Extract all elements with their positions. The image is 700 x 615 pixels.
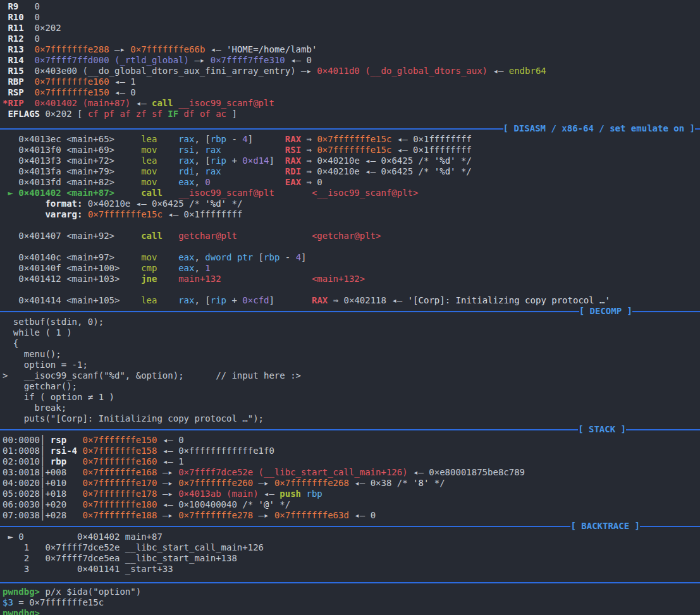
terminal-line: ► 0×401402 <main+87> call __isoc99_scanf… — [0, 188, 700, 198]
text-segment: 0 — [24, 33, 40, 44]
text-segment: ◂— 0 — [157, 435, 183, 445]
text-segment: 0×7fffffffe188 — [82, 510, 157, 520]
text-segment: ◂— — [488, 66, 509, 76]
text-segment: mov — [141, 166, 157, 176]
text-segment: ◂— — [130, 98, 152, 108]
text-segment — [221, 145, 285, 155]
text-segment: 0×7ffff7ffe310 — [211, 55, 285, 65]
text-segment — [66, 435, 82, 445]
text-segment: [ — [253, 252, 264, 262]
text-segment: call — [152, 98, 173, 108]
text-segment: ⇒ — [301, 134, 317, 144]
text-segment — [82, 209, 87, 219]
text-segment: , [ — [194, 295, 210, 305]
text-segment: 0×7fffffffe288 — [35, 44, 109, 54]
text-segment — [157, 145, 178, 155]
text-segment: = 0×7fffffffe15c — [13, 597, 104, 607]
text-segment: ◂— — [259, 489, 280, 499]
text-segment: , [ — [194, 155, 210, 166]
text-segment: rax — [205, 145, 221, 155]
text-segment: '%d' — [434, 166, 456, 176]
text-segment: push — [279, 489, 301, 499]
text-segment: rsi-4 — [51, 446, 77, 456]
text-segment: df of ac — [178, 109, 226, 119]
text-segment — [157, 166, 178, 176]
text-segment: 0×4013f0 <main+69> — [3, 145, 141, 155]
text-segment: ⇒ — [301, 145, 317, 155]
text-segment — [157, 274, 178, 284]
text-segment: ] — [301, 252, 306, 262]
terminal-line: 06:0030│+020 0×7fffffffe180 ◂— 0×1004000… — [0, 499, 700, 510]
text-segment: 0×7fffffffe160 — [35, 76, 109, 87]
text-segment: *RIP — [3, 98, 24, 108]
text-segment: 0×7fffffffe170 — [82, 478, 157, 488]
text-segment: */ — [274, 499, 290, 509]
terminal-line: 1 0×7ffff7dce52e __libc_start_call_main+… — [0, 542, 700, 553]
text-segment: R14 — [3, 55, 24, 65]
terminal-line: 01:0008│ rsi-4 0×7fffffffe158 ◂— 0×fffff… — [0, 446, 700, 456]
terminal-line: *RIP 0×401402 (main+87) ◂— call __isoc99… — [0, 98, 700, 109]
terminal-line: getchar(); — [0, 381, 700, 392]
terminal-line: 07:0038│+028 0×7fffffffe188 —▸ 0×7ffffff… — [0, 510, 700, 521]
text-segment: ► 0×401402 <main+87> — [3, 188, 141, 198]
text-segment: ► 0 0×401402 main+87 — [3, 532, 163, 542]
text-segment: if ( option ≠ 1 ) — [3, 392, 114, 402]
text-segment: <__isoc99_scanf@plt> — [312, 188, 419, 198]
text-segment: 0×7fffffffe160 — [82, 456, 157, 466]
text-segment: 0×7fffffffe168 — [82, 467, 157, 477]
text-segment: —▸ — [253, 510, 274, 520]
text-segment: RSP — [3, 87, 24, 97]
text-segment: 0×4011d0 (__do_global_dtors_aux) — [317, 66, 488, 76]
text-segment: ⇒ 0×40210e ◂— 0×6425 /* — [301, 166, 434, 176]
text-segment: 0×7fffffffe150 — [35, 87, 109, 97]
text-segment: 0×d14 — [242, 155, 269, 166]
terminal-line: setbuf(stdin, 0); — [0, 317, 700, 327]
text-segment: 0×7fffffffe66b — [130, 44, 205, 54]
text-segment: '%d' — [205, 198, 226, 209]
pwndbg-terminal[interactable]: R9 0 R10 0 R11 0×202 R12 0 R13 0×7ffffff… — [0, 0, 700, 615]
disasm-panel-header: [ DISASM / x86-64 / set emulate on ] — [0, 123, 700, 134]
stack-panel-header: [ STACK ] — [0, 424, 700, 435]
terminal-line: RSP 0×7fffffffe150 ◂— 0 — [0, 87, 700, 98]
text-segment — [211, 177, 285, 187]
text-segment: ◂— 0 — [285, 55, 312, 65]
disasm-panel: 0×4013ec <main+65> lea rax, [rbp - 4] RA… — [0, 134, 700, 306]
text-segment: 0×7fffffffe178 — [82, 489, 157, 499]
text-segment: rdi — [178, 166, 194, 176]
text-segment: 'HOME=/home/lamb' — [226, 44, 317, 54]
text-segment: ◂— 0×100400040 /* — [157, 499, 258, 509]
text-segment: 0×4013fd <main+82> — [3, 177, 141, 187]
terminal-line: 0×401407 <main+92> call getchar@plt <get… — [0, 231, 700, 241]
decomp-panel: setbuf(stdin, 0); while ( 1 ) { menu(); … — [0, 317, 700, 424]
text-segment: pwndbg> — [3, 587, 45, 597]
terminal-line: 0×401412 <main+103> jne main+132 <main+1… — [0, 274, 700, 284]
text-segment: —▸ — [189, 55, 211, 65]
terminal-line — [0, 220, 700, 231]
text-segment: , — [194, 252, 205, 262]
text-segment: ◂— 0 — [349, 510, 376, 520]
terminal-line: 0×40140f <main+100> cmp eax, 1 — [0, 263, 700, 274]
text-segment: 04:0020│+010 — [3, 478, 82, 488]
text-segment: 0×401407 <main+92> — [3, 231, 141, 241]
text-segment: —▸ — [109, 44, 131, 54]
text-segment: rsp — [51, 435, 66, 445]
text-segment: 0 — [24, 12, 40, 22]
text-segment: ◂— 0×ffffffffffffe1f0 — [157, 446, 274, 456]
text-segment: mov — [141, 145, 157, 155]
text-segment: , [ — [194, 134, 210, 144]
text-segment: 0×7fffffffe15c — [317, 145, 391, 155]
text-segment — [24, 76, 35, 87]
text-segment: EFLAGS — [3, 109, 40, 119]
text-segment: eax — [178, 263, 194, 273]
text-segment: 00:0000│ — [3, 435, 51, 445]
stack-panel: 00:0000│ rsp 0×7fffffffe150 ◂— 001:0008│… — [0, 435, 700, 521]
terminal-line: puts("[Corp]: Initializing copy protocol… — [0, 413, 700, 424]
terminal-line: option = -1; — [0, 360, 700, 370]
text-segment: pwndbg> — [3, 608, 45, 615]
terminal-line: 02:0010│ rbp 0×7fffffffe160 ◂— 1 — [0, 456, 700, 467]
text-segment: <getchar@plt> — [312, 231, 381, 241]
console-panel[interactable]: pwndbg> p/x $ida("option")$3 = 0×7ffffff… — [0, 587, 700, 615]
text-segment: 1 — [205, 263, 210, 273]
text-segment: ◂— — [205, 44, 226, 54]
terminal-line — [0, 241, 700, 252]
